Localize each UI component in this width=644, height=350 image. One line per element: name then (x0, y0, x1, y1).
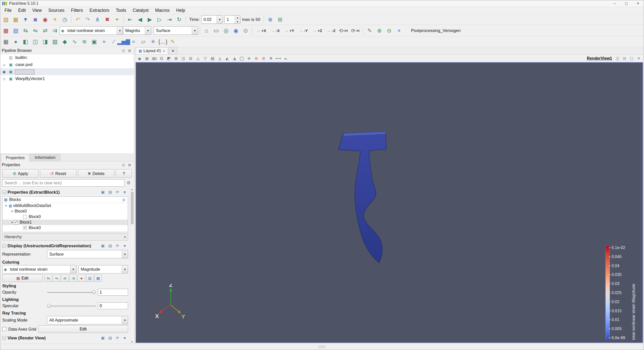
block-tree-row[interactable]: Block0 (3, 214, 128, 220)
splitter-handle[interactable] (318, 346, 326, 348)
hide-center-axes-icon[interactable]: ⊖ (385, 26, 394, 35)
layout-tab[interactable]: Layout #1 (136, 47, 168, 54)
restore-defaults-icon[interactable]: ⟳ (114, 243, 121, 249)
edit-color-map-button[interactable]: Edit (2, 274, 43, 282)
slice-filter-icon[interactable]: ◫ (31, 37, 40, 46)
extract-surface-icon[interactable]: ● (11, 37, 20, 46)
zoom-box-icon[interactable]: ⊡ (158, 55, 165, 62)
collapse-icon[interactable] (2, 244, 6, 248)
block-tree-row[interactable]: ▾ vtkMultiBlockDataSet (3, 203, 128, 208)
delete-button[interactable]: Delete (78, 169, 114, 178)
histogram-icon[interactable]: ▂▅▇ (119, 37, 128, 46)
minimize-button[interactable]: ─ (609, 0, 621, 7)
menu-item[interactable]: Extractors (86, 7, 113, 14)
macro-postprocessing-button[interactable]: Postprocessing_Versogen (408, 26, 464, 35)
selection-display-icon[interactable]: ✻ (267, 55, 274, 62)
show-color-legend-icon[interactable]: ▥ (86, 275, 94, 282)
link-camera-icon[interactable]: ∞ (282, 55, 289, 62)
collapse-icon[interactable] (2, 336, 6, 340)
visibility-eye-icon[interactable] (0, 63, 8, 67)
chevron-down-icon[interactable] (122, 250, 128, 258)
expander-icon[interactable]: ▾ (10, 209, 14, 213)
interaction-mode-3d-icon[interactable]: 3D (151, 55, 158, 62)
timer-icon[interactable]: ◷ (60, 15, 69, 24)
redo-icon[interactable]: ↷ (83, 15, 92, 24)
set-view-axis-button[interactable]: -X (269, 26, 282, 35)
representation-toolbar-combo[interactable]: Surface (154, 26, 198, 35)
set-view-axis-button[interactable]: +Z (310, 26, 324, 35)
collapse-icon[interactable] (2, 190, 6, 194)
visibility-eye-icon[interactable] (0, 77, 8, 81)
float-panel-icon[interactable]: ⊡ (121, 162, 126, 168)
select-cells-through-icon[interactable]: ◫ (180, 55, 187, 62)
chevron-down-icon[interactable] (217, 16, 223, 23)
spreadsheet-view-icon[interactable]: ▦ (1, 37, 11, 46)
spin-down-icon[interactable] (235, 20, 240, 24)
chevron-down-icon[interactable] (122, 316, 128, 324)
close-panel-icon[interactable]: ⊠ (127, 48, 132, 53)
block-checkbox[interactable] (14, 221, 18, 224)
pipeline-branch-icon[interactable]: ⋔ (93, 15, 102, 24)
save-defaults-icon[interactable]: ▼ (122, 243, 128, 249)
scroll-up-icon[interactable] (130, 188, 134, 191)
warp-vector-icon[interactable]: ≋ (80, 37, 89, 46)
load-palette-icon[interactable]: ▧ (11, 26, 20, 35)
scaling-mode-combo[interactable]: All Approximate (47, 316, 128, 324)
select-cells-on-icon[interactable]: ◩ (165, 55, 172, 62)
stream-tracer-icon[interactable]: ∿ (70, 37, 79, 46)
save-defaults-icon[interactable]: ▼ (122, 335, 128, 341)
rescale-temporal-range-icon[interactable]: ⇄ (61, 275, 69, 282)
opacity-input[interactable] (98, 289, 128, 296)
view-section-header[interactable]: View (Render View) ▣▤⟳▼ (0, 334, 130, 342)
hierarchy-collapser[interactable]: Hierarchy (2, 233, 128, 240)
split-vertical-icon[interactable]: ⊟ (621, 55, 628, 61)
spin-up-icon[interactable] (235, 16, 240, 20)
loop-icon[interactable]: ↻ (175, 15, 184, 24)
zoom-time-plus-icon[interactable]: ⊞ (275, 15, 285, 24)
paste-properties-icon[interactable]: ▤ (107, 335, 113, 341)
probe-location-icon[interactable]: ⌖ (99, 37, 109, 46)
opacity-slider[interactable] (47, 289, 96, 295)
chevron-down-icon[interactable] (117, 27, 123, 34)
interactive-select-points-icon[interactable]: ◭ (224, 55, 231, 62)
block-checkbox[interactable] (23, 215, 27, 219)
menu-item[interactable]: Macros (152, 7, 173, 14)
block-checkbox[interactable] (23, 226, 27, 230)
python-calculator-icon[interactable]: {…} (158, 37, 168, 46)
select-block-icon[interactable]: ▤ (209, 55, 216, 62)
select-points-through-icon[interactable]: ⊟ (187, 55, 194, 62)
scrollbar-thumb[interactable] (131, 192, 134, 224)
pipeline-item[interactable]: builtin: (0, 54, 134, 61)
first-frame-icon[interactable]: ⇤ (126, 15, 135, 24)
block-tree-row[interactable]: Block0 (3, 225, 128, 231)
block-tree-row[interactable]: ▾ Block0 (3, 208, 128, 214)
rescale-custom-range-icon[interactable]: ⇋ (53, 275, 60, 282)
pipeline-item[interactable]: case.pvd (0, 61, 134, 68)
expander-icon[interactable]: ▾ (4, 204, 8, 207)
threshold-filter-icon[interactable]: ◨ (41, 37, 50, 46)
close-view-icon[interactable]: ✕ (635, 55, 642, 61)
export-data-icon[interactable]: ▼ (21, 15, 30, 24)
capture-view-icon[interactable]: ▣ (143, 55, 150, 62)
temporal-interpolator-icon[interactable]: ✳ (148, 37, 158, 46)
save-data-icon[interactable]: ▦ (11, 15, 20, 24)
record-animation-icon[interactable]: ◉ (41, 15, 50, 24)
menu-item[interactable]: Catalyst (129, 7, 152, 14)
scroll-down-icon[interactable] (130, 340, 134, 344)
interactive-select-cells-icon[interactable]: ◬ (216, 55, 223, 62)
copy-properties-icon[interactable]: ▣ (100, 335, 106, 341)
delete-source-icon[interactable]: ✖ (103, 15, 112, 24)
hover-points-icon[interactable]: ◯ (238, 55, 245, 62)
copy-properties-icon[interactable]: ▣ (100, 243, 106, 249)
ruler-icon[interactable]: ✎ (168, 37, 177, 46)
reset-camera-icon[interactable]: ⌂ (202, 26, 211, 35)
zoom-to-data-icon[interactable]: ◎ (221, 26, 231, 35)
next-frame-icon[interactable]: ▷ (155, 15, 164, 24)
select-polygon-points-icon[interactable]: ▽ (202, 55, 209, 62)
menu-item[interactable]: Edit (15, 7, 29, 14)
rotate-90-cw-icon[interactable]: ⟳-90 (350, 26, 361, 35)
render-view-name[interactable]: RenderView1 (587, 56, 612, 61)
camera-icon[interactable]: ◙ (136, 55, 143, 62)
pipeline-item[interactable] (0, 68, 134, 75)
properties-section-header[interactable]: Properties (ExtractBlock1) ▣▤⟳▼ (0, 188, 130, 196)
